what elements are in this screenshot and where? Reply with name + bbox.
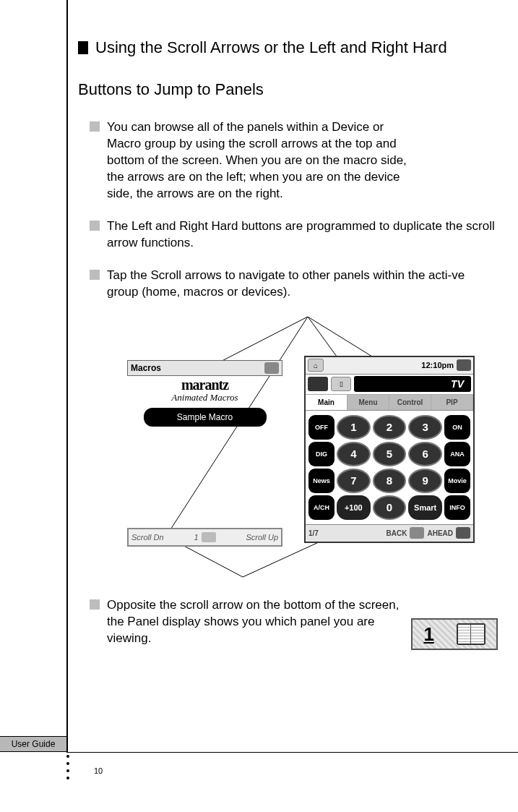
bullet-icon: [90, 221, 100, 231]
footer-dots: [66, 755, 69, 779]
heading-line-1: Using the Scroll Arrows or the Left and …: [95, 35, 447, 60]
scroll-down-icon: [456, 527, 470, 539]
device-icon: ▯: [331, 377, 351, 391]
sample-macro-button: Sample Macro: [144, 408, 267, 427]
device-label: TV: [354, 376, 471, 392]
off-button: OFF: [308, 415, 334, 440]
num-5: 5: [373, 442, 407, 466]
smart-button: Smart: [408, 495, 442, 520]
device-top-bar: ⌂ 12:10pm: [306, 357, 473, 375]
tab-pip: PIP: [431, 395, 473, 410]
num-2: 2: [373, 415, 407, 440]
brand-logo: marantz: [127, 376, 282, 392]
footer-rule: [66, 752, 518, 753]
bullet-1: You can browse all of the panels within …: [90, 119, 496, 202]
screenshot-device: ⌂ 12:10pm ▯ TV Main Menu Control PIP OFF…: [304, 356, 475, 543]
list-icon: [308, 377, 328, 391]
device-bottom-bar: 1/7 BACK AHEAD: [306, 524, 473, 542]
panel-num-label: 1: [194, 533, 198, 542]
movie-button: Movie: [444, 469, 470, 493]
tab-menu: Menu: [348, 395, 389, 410]
ana-button: ANA: [444, 442, 470, 466]
scroll-up-icon: [264, 362, 279, 374]
scroll-dn-label: Scroll Dn: [131, 533, 164, 542]
panel-indicator-inset: 1: [411, 618, 498, 650]
macros-label: Macros: [131, 363, 161, 373]
content-area: Using the Scroll Arrows or the Left and …: [78, 35, 496, 662]
ach-button: A/CH: [308, 495, 334, 520]
agenda-icon: [457, 623, 485, 645]
scroll-up-icon: [457, 359, 471, 371]
macros-top-bar: Macros: [127, 360, 282, 376]
panel-number: 1: [423, 623, 433, 646]
back-label: BACK: [387, 529, 407, 537]
num-1: 1: [337, 415, 371, 440]
bullet-4-text: Opposite the scroll arrow on the bottom …: [107, 597, 400, 647]
num-3: 3: [408, 415, 442, 440]
ahead-label: AHEAD: [427, 529, 453, 537]
num-9: 9: [408, 469, 442, 493]
page-indicator: 1/7: [308, 529, 319, 537]
m-icon: [410, 527, 424, 539]
num-0: 0: [373, 495, 407, 520]
bullet-4: Opposite the scroll arrow on the bottom …: [90, 597, 400, 647]
heading-line-2: Buttons to Jump to Panels: [78, 80, 496, 99]
bullet-icon: [90, 599, 100, 610]
device-tabs: Main Menu Control PIP: [306, 395, 473, 411]
num-4: 4: [337, 442, 371, 466]
num-8: 8: [373, 469, 407, 493]
on-button: ON: [444, 415, 470, 440]
panel-icon: [202, 532, 216, 542]
bullet-icon: [90, 270, 100, 280]
screenshot-macros: Macros marantz Animated Macros Sample Ma…: [127, 360, 282, 547]
footer-tab: User Guide: [0, 736, 66, 752]
dig-button: DIG: [308, 442, 334, 466]
device-row2: ▯ TV: [306, 375, 473, 395]
bullet-3: Tap the Scroll arrows to navigate to oth…: [90, 268, 496, 301]
macros-subtitle: Animated Macros: [127, 392, 282, 403]
macros-bottom-bar: Scroll Dn 1 Scroll Up: [127, 528, 282, 547]
home-icon: ⌂: [308, 359, 324, 372]
scroll-up-label: Scroll Up: [246, 533, 278, 542]
bullet-1-text: You can browse all of the panels within …: [107, 119, 410, 202]
tab-main: Main: [306, 395, 348, 410]
num-6: 6: [408, 442, 442, 466]
bullet-icon: [90, 121, 100, 132]
bullet-2: The Left and Right Hard buttons are prog…: [90, 218, 496, 252]
bullet-2-text: The Left and Right Hard buttons are prog…: [107, 218, 496, 252]
keypad-grid: OFF 1 2 3 ON DIG 4 5 6 ANA News 7 8 9 Mo…: [306, 411, 473, 524]
plus100-button: +100: [337, 495, 371, 520]
news-button: News: [308, 469, 334, 493]
info-button: INFO: [444, 495, 470, 520]
heading-bullet-icon: [78, 41, 88, 54]
page-number: 10: [94, 766, 103, 775]
num-7: 7: [337, 469, 371, 493]
illustration-zone: Macros marantz Animated Macros Sample Ma…: [127, 317, 488, 584]
vertical-rule: [66, 0, 68, 752]
tab-control: Control: [389, 395, 431, 410]
bullet-3-text: Tap the Scroll arrows to navigate to oth…: [107, 268, 496, 301]
clock-label: 12:10pm: [421, 361, 454, 369]
heading-row: Using the Scroll Arrows or the Left and …: [78, 35, 496, 60]
